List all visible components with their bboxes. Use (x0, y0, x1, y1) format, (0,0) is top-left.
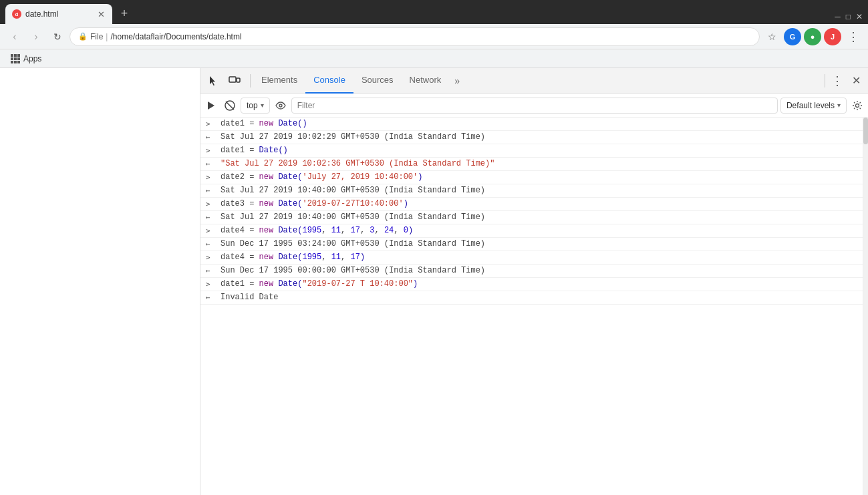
clear-icon (225, 100, 235, 111)
levels-label: Default levels (786, 101, 835, 110)
address-path: /home/dataflair/Documents/date.html (110, 32, 241, 41)
sources-tab-label: Sources (361, 75, 394, 85)
execute-button[interactable] (203, 98, 219, 114)
inspect-element-button[interactable] (203, 71, 223, 91)
devtools-vertical-separator (825, 74, 825, 88)
address-input[interactable]: 🔒 File | /home/dataflair/Documents/date.… (69, 27, 760, 46)
console-tab-label: Console (313, 75, 345, 85)
tab-elements[interactable]: Elements (253, 68, 305, 94)
browser-window: d date.html ✕ + ─ □ ✕ ‹ › ↻ 🔒 File | /ho… (0, 0, 868, 495)
bookmark-button[interactable]: ☆ (762, 27, 781, 46)
output-arrow-icon: ← (206, 293, 216, 302)
new-tab-button[interactable]: + (115, 4, 134, 23)
console-text: Sat Jul 27 2019 10:40:00 GMT+0530 (India… (221, 186, 860, 195)
svg-rect-1 (14, 54, 17, 57)
menu-button[interactable]: ⋮ (844, 27, 863, 46)
input-arrow-icon: > (206, 200, 216, 208)
console-text: Sat Jul 27 2019 10:40:00 GMT+0530 (India… (221, 212, 860, 222)
svg-rect-2 (17, 54, 20, 57)
filter-input[interactable] (291, 98, 778, 114)
console-line: ←Sun Dec 17 1995 03:24:00 GMT+0530 (Indi… (200, 238, 863, 251)
tab-title: date.html (25, 9, 92, 19)
svg-point-14 (279, 104, 282, 107)
console-text: Sun Dec 17 1995 00:00:00 GMT+0530 (India… (221, 266, 860, 275)
output-arrow-icon: ← (206, 160, 216, 168)
tab-console[interactable]: Console (305, 68, 353, 94)
default-levels-button[interactable]: Default levels ▾ (780, 98, 847, 114)
svg-line-13 (226, 102, 234, 110)
console-line: >date4 = new Date(1995, 11, 17) (200, 251, 863, 265)
console-text: date2 = new Date('July 27, 2019 10:40:00… (221, 172, 860, 182)
input-arrow-icon: > (206, 280, 216, 289)
tab-bar: d date.html ✕ + ─ □ ✕ (0, 0, 868, 24)
output-arrow-icon: ← (206, 133, 216, 142)
console-text: date1 = Date() (221, 146, 860, 155)
forward-button[interactable]: › (27, 27, 45, 46)
console-output[interactable]: >date1 = new Date()←Sat Jul 27 2019 10:0… (200, 118, 868, 495)
profile-j[interactable]: J (824, 28, 841, 45)
profile-g[interactable]: G (784, 28, 801, 45)
console-line: >date1 = new Date() (200, 118, 863, 131)
console-line: ←Invalid Date (200, 291, 863, 305)
devtools-separator-1 (250, 74, 251, 88)
apps-button[interactable]: Apps (7, 53, 45, 65)
devtools-menu-icon: ⋮ (831, 73, 843, 88)
svg-rect-6 (11, 61, 13, 63)
output-arrow-icon: ← (206, 186, 216, 195)
tab-sources[interactable]: Sources (353, 68, 402, 94)
input-arrow-icon: > (206, 173, 216, 182)
address-scheme: File (90, 32, 103, 41)
output-arrow-icon: ← (206, 267, 216, 275)
apps-label: Apps (23, 54, 41, 63)
device-toolbar-button[interactable] (225, 71, 245, 91)
console-line: >date3 = new Date('2019-07-27T10:40:00') (200, 198, 863, 211)
devtools-tabbar: Elements Console Sources Network » ⋮ (200, 68, 868, 94)
console-line: ←Sat Jul 27 2019 10:40:00 GMT+0530 (Indi… (200, 184, 863, 198)
context-selector[interactable]: top ▾ (241, 98, 270, 114)
svg-rect-9 (229, 77, 236, 82)
input-arrow-icon: > (206, 253, 216, 262)
minimize-icon[interactable]: ─ (835, 12, 841, 21)
console-line: ←"Sat Jul 27 2019 10:02:36 GMT+0530 (Ind… (200, 158, 863, 171)
scrollbar[interactable] (863, 118, 868, 495)
svg-rect-0 (11, 54, 13, 57)
address-bar: ‹ › ↻ 🔒 File | /home/dataflair/Documents… (0, 24, 868, 49)
more-tabs-button[interactable]: » (449, 68, 465, 94)
clear-console-button[interactable] (222, 98, 238, 114)
svg-marker-11 (208, 102, 214, 110)
console-settings-button[interactable] (849, 98, 865, 114)
svg-rect-8 (17, 61, 20, 63)
svg-rect-7 (14, 61, 17, 63)
console-toolbar: top ▾ Default levels ▾ (200, 94, 868, 118)
console-text: date4 = new Date(1995, 11, 17, 3, 24, 0) (221, 226, 860, 235)
eye-button[interactable] (273, 98, 289, 114)
back-button[interactable]: ‹ (5, 27, 24, 46)
reload-button[interactable]: ↻ (48, 27, 67, 46)
devtools-close-button[interactable]: ✕ (847, 71, 865, 90)
plus-icon: + (121, 7, 128, 21)
devtools-menu-button[interactable]: ⋮ (828, 71, 847, 90)
gear-icon (852, 100, 863, 111)
page-content (0, 68, 200, 495)
tab-close-icon[interactable]: ✕ (96, 9, 106, 19)
console-text: date3 = new Date('2019-07-27T10:40:00') (221, 199, 860, 208)
apps-grid-icon (11, 54, 20, 63)
console-text: "Sat Jul 27 2019 10:02:36 GMT+0530 (Indi… (221, 159, 860, 168)
devtools-close-icon: ✕ (852, 74, 861, 87)
maximize-icon[interactable]: □ (846, 12, 851, 21)
close-icon[interactable]: ✕ (856, 12, 863, 21)
main-area: Elements Console Sources Network » ⋮ (0, 68, 868, 495)
security-icon: 🔒 (78, 32, 88, 41)
profile-dot[interactable]: ● (804, 28, 821, 45)
cursor-icon (207, 75, 219, 87)
tab-network[interactable]: Network (402, 68, 450, 94)
console-line: >date1 = Date() (200, 144, 863, 158)
devtools-panel: Elements Console Sources Network » ⋮ (200, 68, 868, 495)
svg-point-15 (856, 104, 859, 107)
console-line: >date2 = new Date('July 27, 2019 10:40:0… (200, 171, 863, 184)
console-line: >date1 = new Date("2019-07-27 T 10:40:00… (200, 278, 863, 291)
active-tab[interactable]: d date.html ✕ (5, 4, 112, 24)
console-text: date4 = new Date(1995, 11, 17) (221, 253, 860, 262)
eye-icon (275, 102, 286, 110)
window-controls: ─ □ ✕ (835, 12, 863, 21)
